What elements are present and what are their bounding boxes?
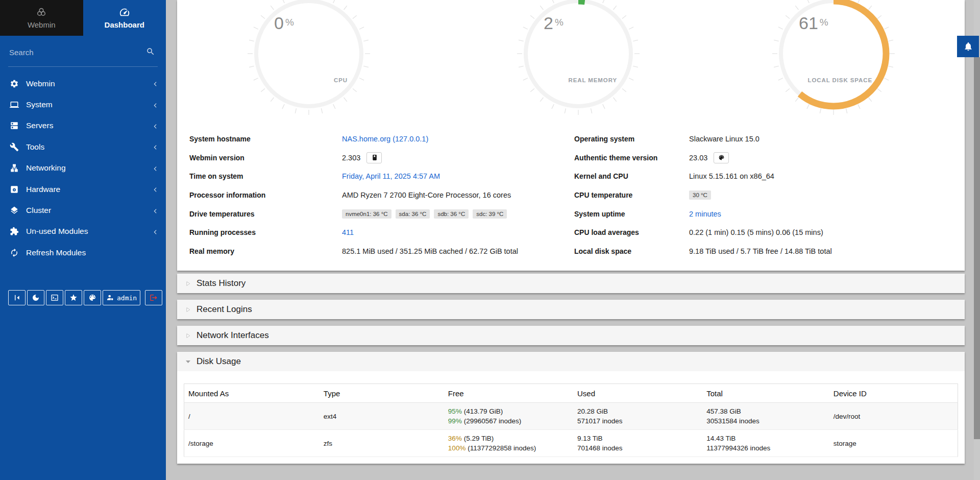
network-icon (10, 163, 19, 173)
column-header: Type (320, 384, 444, 403)
favorites-button[interactable] (65, 290, 82, 305)
sidebar-item-tools[interactable]: Tools (0, 136, 166, 157)
tab-webmin-label: Webmin (28, 20, 56, 29)
sidebar-item-cluster[interactable]: Cluster (0, 200, 166, 221)
info-link[interactable]: 411 (342, 228, 354, 236)
notifications-button[interactable] (957, 36, 979, 57)
panel-disk-usage-header[interactable]: Disk Usage (177, 352, 965, 371)
collapse-sidebar-button[interactable] (8, 290, 26, 305)
cell-free: 95% (413.79 GiB)99% (29960567 inodes) (444, 403, 573, 430)
caret-down-icon (185, 358, 191, 365)
table-row: /storagezfs36% (5.29 TiB)100% (113772928… (184, 430, 958, 457)
gauge-local-disk-space (772, 0, 895, 115)
sidebar-item-networking[interactable]: Networking (0, 158, 166, 179)
sidebar-item-label: Networking (26, 163, 152, 173)
logout-button[interactable] (145, 290, 162, 305)
info-text: Slackware Linux 15.0 (689, 135, 760, 143)
cell-device: /dev/root (829, 403, 958, 430)
info-label: System hostname (189, 135, 342, 143)
version-text: 2.303 (342, 154, 360, 162)
info-row: Local disk space9.18 TiB used / 5.7 TiB … (574, 247, 954, 255)
cell-mounted: /storage (184, 430, 320, 457)
user-label: admin (117, 294, 137, 302)
tab-dashboard-label: Dashboard (105, 20, 144, 29)
bell-icon (963, 41, 973, 52)
version-text: 23.03 (689, 154, 707, 162)
info-row: Webmin version2.303 (189, 152, 570, 163)
info-row: CPU load averages0.22 (1 min) 0.15 (5 mi… (574, 228, 954, 236)
info-label: Webmin version (189, 154, 342, 162)
gauge-value: 0% (274, 13, 294, 33)
sidebar-item-label: Tools (26, 142, 152, 152)
info-label: Kernel and CPU (574, 172, 689, 180)
sidebar-item-label: Cluster (26, 206, 152, 215)
column-header: Mounted As (184, 384, 320, 403)
info-label: Running processes (189, 228, 342, 236)
panel-header[interactable]: Network Interfaces (177, 326, 965, 345)
night-mode-button[interactable] (27, 290, 44, 305)
gauge-label: REAL MEMORY (484, 77, 617, 83)
sidebar-item-servers[interactable]: Servers (0, 115, 166, 136)
system-overview-card: 0%CPU2%REAL MEMORY61%LOCAL DISK SPACE Sy… (177, 0, 965, 271)
sidebar-item-label: System (26, 100, 152, 109)
sidebar-item-system[interactable]: System (0, 94, 166, 115)
refresh-icon (10, 248, 19, 257)
terminal-icon (51, 294, 59, 302)
module-version-button[interactable] (366, 152, 382, 163)
column-header: Device ID (829, 384, 958, 403)
temperature-badge: nvme0n1: 36 °C (342, 209, 391, 219)
sidebar: Webmin Dashboard WebminSystemServersTool… (0, 0, 166, 480)
dashboard-gauge-icon (119, 7, 130, 18)
info-row: Processor informationAMD Ryzen 7 2700 Ei… (189, 191, 570, 199)
user-account-button[interactable]: admin (103, 290, 140, 305)
table-header-row: Mounted AsTypeFreeUsedTotalDevice ID (184, 384, 958, 403)
info-label: Time on system (189, 172, 342, 180)
sidebar-item-hardware[interactable]: Hardware (0, 179, 166, 200)
panel-title: Disk Usage (197, 356, 241, 367)
info-link[interactable]: 2 minutes (689, 210, 721, 218)
panel-stats-history: Stats History (177, 274, 965, 293)
gauge-real-memory (517, 0, 640, 115)
gauge-cpu (248, 0, 370, 115)
sidebar-item-webmin[interactable]: Webmin (0, 73, 166, 94)
cell-used: 9.13 TiB701468 inodes (573, 430, 702, 457)
caret-right-icon (185, 280, 191, 287)
sidebar-item-un-used-modules[interactable]: Un-used Modules (0, 221, 166, 242)
sidebar-item-label: Hardware (26, 185, 152, 194)
palette-version-button[interactable] (714, 152, 729, 163)
info-label: Local disk space (574, 247, 689, 255)
theme-palette-button[interactable] (84, 290, 101, 305)
terminal-button[interactable] (46, 290, 63, 305)
info-row: Running processes411 (189, 228, 570, 236)
panel-header[interactable]: Recent Logins (177, 300, 965, 319)
cell-device: storage (829, 430, 958, 457)
panel-header[interactable]: Stats History (177, 274, 965, 293)
sidebar-item-label: Webmin (26, 79, 152, 88)
search-icon[interactable] (146, 47, 155, 56)
panel-disk-usage: Disk Usage Mounted AsTypeFreeUsedTotalDe… (177, 352, 965, 464)
gauge-label: CPU (215, 77, 348, 83)
sidebar-item-refresh-modules[interactable]: Refresh Modules (0, 242, 166, 263)
info-link[interactable]: NAS.home.org (127.0.0.1) (342, 135, 428, 143)
cell-total: 457.38 GiB30531584 inodes (702, 403, 829, 430)
temperature-badge: sda: 36 °C (396, 209, 430, 219)
temperature-badge: sdc: 39 °C (473, 209, 507, 219)
panel-title: Stats History (197, 278, 246, 289)
info-text: Linux 5.15.161 on x86_64 (689, 172, 774, 180)
page-scrollbar-thumb[interactable] (974, 57, 980, 439)
info-link[interactable]: Friday, April 11, 2025 4:57 AM (342, 172, 440, 180)
sidebar-tabs: Webmin Dashboard (0, 0, 166, 36)
logout-icon (150, 294, 158, 302)
panel-title: Recent Logins (197, 304, 252, 315)
info-row: System hostnameNAS.home.org (127.0.0.1) (189, 135, 570, 143)
tab-dashboard[interactable]: Dashboard (83, 0, 166, 36)
info-label: Real memory (189, 247, 342, 255)
search-input[interactable] (9, 44, 139, 60)
info-label: CPU temperature (574, 191, 689, 199)
webmin-dashboard-screen: Webmin Dashboard WebminSystemServersTool… (0, 0, 980, 480)
tab-webmin[interactable]: Webmin (0, 0, 83, 36)
gauge-value: 2% (544, 13, 564, 33)
info-row: Operating systemSlackware Linux 15.0 (574, 135, 954, 143)
info-text: 9.18 TiB used / 5.7 TiB free / 14.88 TiB… (689, 247, 832, 255)
chevron-left-icon (152, 208, 159, 214)
